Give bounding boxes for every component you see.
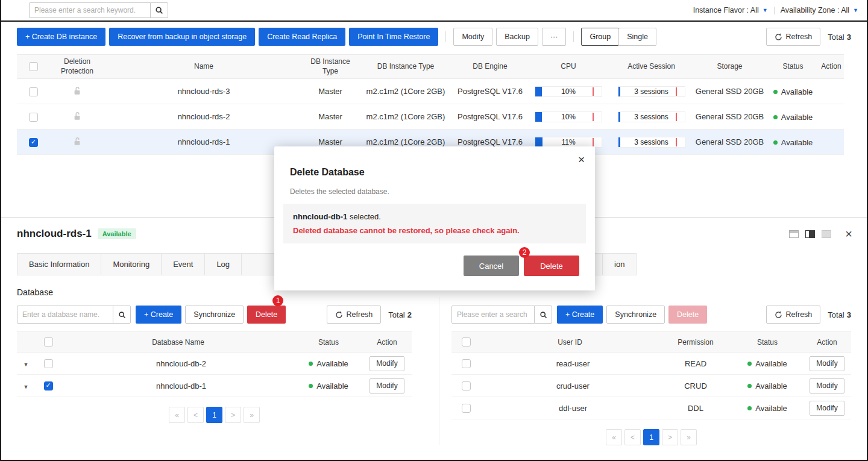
modal-delete-button[interactable]: Delete [524,256,579,276]
modal-target-line: nhncloud-db-1 selected. [293,212,576,221]
col-status: Status [295,332,362,353]
create-read-replica-button[interactable]: Create Read Replica [259,28,345,46]
database-delete-button[interactable]: Delete [247,306,286,324]
database-search-button[interactable] [113,306,131,324]
modify-button[interactable]: Modify [810,356,844,371]
recover-backup-button[interactable]: Recover from backup in object storage [109,28,255,46]
search-button[interactable] [150,2,168,18]
first-page-button[interactable]: « [606,429,622,445]
row-checkbox[interactable] [462,404,471,413]
tab-log[interactable]: Log [204,253,242,275]
database-row[interactable]: ▼ nhncloud-db-1 Available Modify [17,375,412,397]
row-checkbox[interactable] [462,381,471,390]
prev-page-button[interactable]: < [187,407,204,423]
instance-flavor-filter[interactable]: Instance Flavor : All ▼ [693,6,768,14]
db-engine: PostgreSQL V17.6 [454,104,526,130]
modify-button[interactable]: Modify [810,378,844,394]
last-page-button[interactable]: » [244,407,260,423]
row-checkbox[interactable] [44,381,53,390]
col-action: Action [819,55,844,79]
database-refresh-button[interactable]: Refresh [327,306,382,324]
instance-row[interactable]: nhncloud-rds-3 Master m2.c1m2 (1Core 2GB… [17,79,844,104]
modal-warning-text: Deleted database cannot be restored, so … [293,226,576,235]
modal-cancel-button[interactable]: Cancel [464,256,519,276]
instance-name[interactable]: nhncloud-rds-2 [104,104,303,130]
next-page-button[interactable]: > [225,407,241,423]
single-view-toggle[interactable]: Single [618,28,656,46]
database-row[interactable]: ▼ nhncloud-db-2 Available Modify [17,353,412,375]
expand-arrow-icon[interactable]: ▼ [24,384,29,390]
status-badge: Available [747,404,787,413]
row-checkbox[interactable] [29,113,38,122]
modify-button[interactable]: Modify [370,356,404,371]
tab-monitoring[interactable]: Monitoring [101,253,162,275]
instance-name[interactable]: nhncloud-rds-3 [104,79,303,104]
user-search-button[interactable] [534,306,552,324]
panel-dock-icon[interactable] [789,230,799,238]
instance-flavor: m2.c1m2 (1Core 2GB) [357,79,454,104]
delete-database-modal: × Delete Database Deletes the selected d… [274,146,595,290]
modify-button[interactable]: Modify [370,378,404,394]
panel-half-screen-icon[interactable] [805,230,815,238]
modify-button[interactable]: Modify [810,401,844,416]
status-dot-icon [773,115,778,119]
divider [774,7,775,14]
point-in-time-restore-button[interactable]: Point In Time Restore [349,28,438,46]
instance-name[interactable]: nhncloud-rds-1 [104,130,303,155]
select-all-checkbox[interactable] [462,337,471,347]
create-db-instance-button[interactable]: + Create DB instance [17,28,105,46]
col-permission: Permission [659,332,732,353]
database-table: Database Name Status Action ▼ nhncloud-d… [17,331,412,397]
select-all-checkbox[interactable] [29,62,38,71]
group-view-toggle[interactable]: Group [581,28,619,46]
panel-full-screen-icon[interactable] [822,230,831,238]
database-create-button[interactable]: + Create [136,306,181,324]
modal-close-icon[interactable]: × [578,154,585,165]
user-row[interactable]: crud-user CRUD Available Modify [451,375,851,397]
cpu-value: 10% [561,113,576,121]
page-1-button[interactable]: 1 [643,429,659,445]
user-refresh-button[interactable]: Refresh [766,306,821,324]
row-checkbox[interactable] [29,138,38,147]
col-name: Name [104,55,303,79]
tab-cut-off[interactable]: ion [602,253,637,275]
user-create-button[interactable]: + Create [557,306,603,324]
row-checkbox[interactable] [462,359,471,368]
database-search-input[interactable] [17,306,113,324]
instance-search-input[interactable] [29,2,151,18]
tab-event[interactable]: Event [161,253,205,275]
expand-arrow-icon[interactable]: ▼ [24,362,29,368]
modify-button[interactable]: Modify [453,28,492,46]
instance-table: Deletion Protection Name DB Instance Typ… [17,54,844,155]
panel-close-icon[interactable]: × [845,228,852,240]
user-row[interactable]: ddl-user DDL Available Modify [451,397,851,419]
page-1-button[interactable]: 1 [206,407,222,423]
more-actions-button[interactable]: ··· [542,28,567,46]
storage: General SSD 20GB [692,79,767,104]
row-checkbox[interactable] [44,359,53,368]
user-synchronize-button[interactable]: Synchronize [606,306,665,324]
refresh-button[interactable]: Refresh [766,28,821,46]
user-row[interactable]: read-user READ Available Modify [451,353,851,375]
prev-page-button[interactable]: < [624,429,641,445]
next-page-button[interactable]: > [662,429,678,445]
user-pagination: « < 1 > » [451,429,851,445]
last-page-button[interactable]: » [681,429,697,445]
select-all-checkbox[interactable] [44,337,53,347]
user-permission: CRUD [659,375,732,397]
availability-zone-filter[interactable]: Availability Zone : All ▼ [781,6,858,14]
user-search-input[interactable] [451,306,535,324]
session-value: 3 sessions [634,113,668,121]
first-page-button[interactable]: « [169,407,185,423]
database-table-header: Database Name Status Action [17,332,412,353]
availability-zone-label: Availability Zone : All [781,6,849,14]
threshold-marker [593,87,594,96]
row-checkbox[interactable] [29,87,38,96]
tab-basic-information[interactable]: Basic Information [17,253,101,275]
cpu-value: 10% [561,87,576,96]
status-badge: Available [773,113,813,122]
storage: General SSD 20GB [692,130,767,155]
instance-row[interactable]: nhncloud-rds-2 Master m2.c1m2 (1Core 2GB… [17,104,844,130]
backup-button[interactable]: Backup [496,28,538,46]
database-synchronize-button[interactable]: Synchronize [185,306,244,324]
